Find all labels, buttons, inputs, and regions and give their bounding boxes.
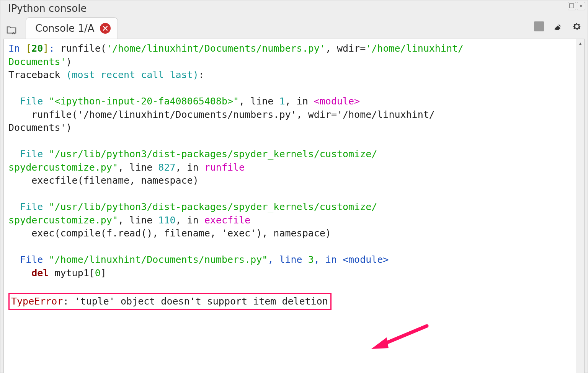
svg-line-0: [381, 326, 427, 345]
frame2-path: "/usr/lib/python3/dist-packages/spyder_k…: [49, 148, 377, 160]
error-message: : 'tuple' object doesn't support item de…: [63, 296, 328, 307]
error-type: TypeError: [11, 296, 63, 307]
scroll-up-button[interactable]: ▴: [576, 39, 585, 47]
vertical-scrollbar[interactable]: ▴: [576, 39, 584, 373]
run-path: '/home/linuxhint/Documents/numbers.py': [106, 43, 325, 54]
close-icon: [103, 26, 108, 31]
browse-tabs-button[interactable]: [3, 22, 20, 39]
ipython-console-panel: IPython console ✕ Console 1/A: [0, 0, 588, 373]
title-window-buttons: ✕: [568, 2, 585, 10]
annotation-arrow: [371, 322, 429, 354]
in-label: In: [8, 43, 26, 54]
traceback-label: Traceback: [8, 69, 66, 80]
close-tab-button[interactable]: [100, 23, 111, 34]
tab-bar: Console 1/A: [0, 17, 588, 39]
frame1-path: "<ipython-input-20-fa408065408b>": [49, 96, 239, 107]
stop-button[interactable]: [534, 21, 544, 31]
console-output[interactable]: In [20]: runfile('/home/linuxhint/Docume…: [3, 39, 585, 373]
eraser-icon[interactable]: [552, 21, 563, 32]
gear-icon[interactable]: [572, 21, 582, 32]
console-toolbar: [534, 21, 582, 32]
undock-button[interactable]: [568, 2, 576, 10]
frame3-path: "/usr/lib/python3/dist-packages/spyder_k…: [49, 201, 377, 212]
folder-icon: [6, 24, 17, 36]
tab-console-1a[interactable]: Console 1/A: [26, 17, 118, 39]
tab-label: Console 1/A: [35, 23, 95, 34]
prompt-number: 20: [31, 43, 43, 54]
panel-title: IPython console: [0, 0, 588, 17]
frame4-path: "/home/linuxhint/Documents/numbers.py": [49, 254, 268, 265]
error-highlight-box: TypeError: 'tuple' object doesn't suppor…: [8, 293, 332, 310]
svg-marker-1: [371, 337, 389, 349]
close-panel-button[interactable]: ✕: [577, 2, 585, 10]
prompt-colon: :: [49, 43, 60, 54]
console-text: In [20]: runfile('/home/linuxhint/Docume…: [4, 39, 584, 313]
